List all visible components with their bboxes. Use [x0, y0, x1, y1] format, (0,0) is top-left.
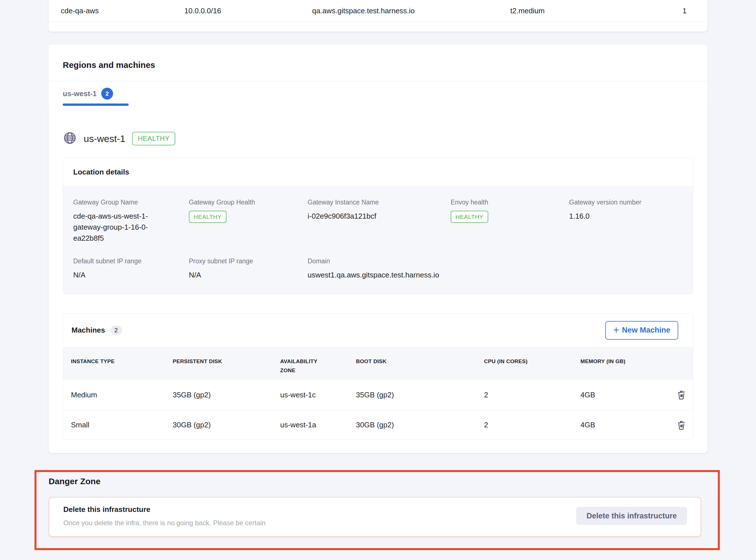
network-table-card: cde-qa-aws 10.0.0.0/16 qa.aws.gitspace.t… — [49, 0, 707, 32]
network-instance-count: 1 — [634, 6, 707, 15]
machines-title: Machines — [71, 326, 105, 335]
field-domain: Domain uswest1.qa.aws.gitspace.test.harn… — [308, 257, 683, 281]
field-gateway-version: Gateway version number 1.16.0 — [569, 199, 683, 244]
trash-icon — [677, 389, 686, 400]
machine-instance-type: Small — [71, 421, 173, 429]
machines-header: Machines 2 + New Machine — [63, 314, 693, 347]
machine-row-medium: Medium 35GB (gp2) us-west-1c 35GB (gp2) … — [63, 380, 693, 410]
machine-memory: 4GB — [580, 421, 670, 429]
regions-section-title: Regions and machines — [63, 60, 155, 70]
machine-instance-type: Medium — [71, 391, 173, 399]
tabs-divider — [49, 81, 707, 81]
machine-persistent-disk: 30GB (gp2) — [173, 421, 280, 429]
new-machine-button[interactable]: + New Machine — [605, 321, 678, 340]
field-gateway-instance-name: Gateway Instance Name i-02e9c906f3a121bc… — [308, 199, 451, 244]
machine-availability-zone: us-west-1a — [280, 421, 356, 429]
network-instance-type: t2.medium — [510, 6, 634, 15]
delete-infrastructure-title: Delete this infrastructure — [63, 505, 150, 514]
col-cpu: CPU (IN CORES) — [484, 357, 580, 366]
col-boot-disk: BOOT DISK — [356, 357, 484, 366]
tab-machine-count-badge: 2 — [101, 88, 113, 100]
machine-boot-disk: 35GB (gp2) — [356, 391, 484, 399]
trash-icon — [677, 420, 686, 431]
field-envoy-health: Envoy health HEALTHY — [451, 199, 569, 244]
danger-zone-card: Delete this infrastructure Once you dele… — [49, 497, 701, 537]
machine-cpu: 2 — [484, 391, 580, 399]
location-details-title: Location details — [73, 168, 129, 177]
machine-memory: 4GB — [580, 391, 670, 399]
location-details-card: Location details Gateway Group Name cde-… — [63, 157, 693, 294]
field-proxy-subnet: Proxy subnet IP range N/A — [189, 257, 308, 281]
field-gateway-group-health: Gateway Group Health HEALTHY — [189, 199, 308, 244]
machine-persistent-disk: 35GB (gp2) — [173, 391, 280, 399]
network-domain: qa.aws.gitspace.test.harness.io — [312, 6, 510, 15]
delete-machine-button[interactable] — [675, 418, 688, 432]
envoy-health-badge: HEALTHY — [451, 211, 488, 223]
machine-row-small: Small 30GB (gp2) us-west-1a 30GB (gp2) 2… — [63, 410, 693, 440]
network-table-row: cde-qa-aws 10.0.0.0/16 qa.aws.gitspace.t… — [49, 0, 707, 22]
field-gateway-group-name: Gateway Group Name cde-qa-aws-us-west-1-… — [73, 199, 189, 244]
region-tabs: us-west-1 2 — [63, 88, 113, 100]
globe-icon — [63, 131, 77, 146]
machines-table-header: INSTANCE TYPE PERSISTENT DISK AVAILABILI… — [63, 347, 693, 380]
network-cidr: 10.0.0.0/16 — [184, 6, 312, 15]
machines-count-badge: 2 — [110, 325, 122, 335]
region-detail-panel: us-west-1 HEALTHY Location details Gatew… — [49, 107, 707, 453]
machine-boot-disk: 30GB (gp2) — [356, 421, 484, 429]
region-name: us-west-1 — [84, 133, 125, 144]
danger-zone-title: Danger Zone — [49, 477, 100, 486]
danger-zone-highlight-annotation: Danger Zone Delete this infrastructure O… — [35, 470, 720, 550]
region-health-badge: HEALTHY — [132, 132, 175, 145]
regions-and-machines-card: Regions and machines us-west-1 2 — [49, 45, 707, 107]
tab-us-west-1[interactable]: us-west-1 — [63, 89, 97, 98]
delete-machine-button[interactable] — [675, 388, 688, 402]
region-header: us-west-1 HEALTHY — [63, 131, 175, 146]
machine-availability-zone: us-west-1c — [280, 391, 356, 399]
col-memory: MEMORY (IN GB) — [580, 357, 670, 366]
gateway-group-health-badge: HEALTHY — [189, 211, 226, 223]
machines-card: Machines 2 + New Machine INSTANCE TYPE P… — [63, 313, 693, 440]
col-availability-zone: AVAILABILITY ZONE — [280, 357, 331, 375]
field-default-subnet: Default subnet IP range N/A — [73, 257, 189, 281]
machine-cpu: 2 — [484, 421, 580, 429]
col-persistent-disk: PERSISTENT DISK — [173, 357, 280, 366]
delete-infrastructure-subtitle: Once you delete the infra, there is no g… — [63, 519, 265, 527]
col-instance-type: INSTANCE TYPE — [71, 357, 173, 366]
location-details-body: Gateway Group Name cde-qa-aws-us-west-1-… — [63, 187, 693, 294]
delete-infrastructure-button[interactable]: Delete this infrastructure — [576, 507, 687, 525]
location-details-header: Location details — [63, 158, 693, 187]
network-name: cde-qa-aws — [61, 6, 184, 15]
active-tab-underline — [63, 103, 129, 106]
